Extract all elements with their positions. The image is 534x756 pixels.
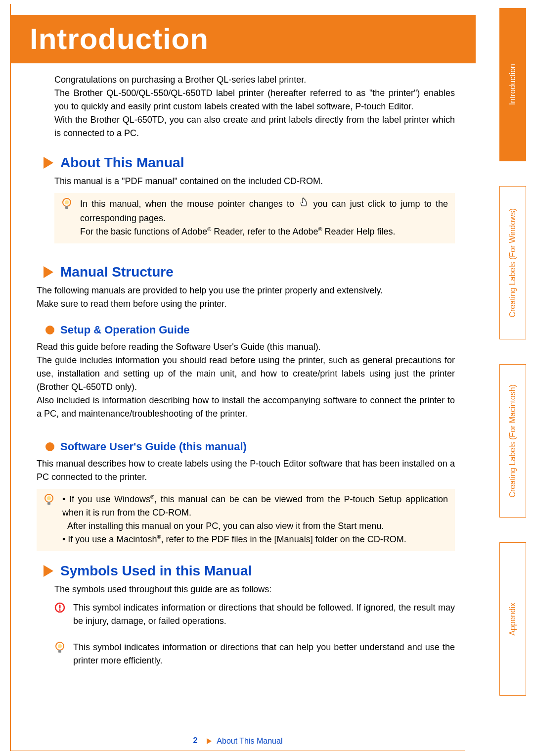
- svg-point-2: [65, 200, 69, 204]
- about-tip-box: In this manual, when the mouse pointer c…: [54, 193, 455, 243]
- software-p1: This manual describes how to create labe…: [37, 457, 455, 484]
- tab-label: Creating Labels (For Windows): [508, 199, 517, 327]
- svg-rect-1: [65, 206, 68, 209]
- page-frame: Introduction Congratulations on purchasi…: [10, 4, 465, 751]
- svg-point-5: [47, 496, 51, 500]
- tab-creating-labels-macintosh[interactable]: Creating Labels (For Macintosh): [499, 364, 526, 518]
- svg-rect-7: [59, 605, 61, 609]
- symbols-intro: The symbols used throughout this guide a…: [54, 583, 455, 596]
- tab-label: Creating Labels (For Macintosh): [508, 376, 517, 507]
- triangle-bullet-icon: [207, 738, 212, 744]
- software-heading-text: Software User's Guide (this manual): [60, 440, 247, 453]
- tab-label: Appendix: [508, 594, 517, 645]
- tab-introduction[interactable]: Introduction: [499, 8, 526, 161]
- symbol-tip-row: This symbol indicates information or dir…: [54, 641, 455, 667]
- section-about-heading: About This Manual: [44, 155, 455, 171]
- tab-appendix[interactable]: Appendix: [499, 542, 526, 696]
- circle-bullet-icon: [45, 326, 54, 334]
- tab-creating-labels-windows[interactable]: Creating Labels (For Windows): [499, 186, 526, 339]
- sub-software-heading: Software User's Guide (this manual): [45, 440, 455, 453]
- svg-rect-10: [58, 650, 61, 653]
- setup-heading-text: Setup & Operation Guide: [60, 324, 190, 336]
- side-tabs: Introduction Creating Labels (For Window…: [499, 8, 526, 720]
- lightbulb-icon: [54, 642, 66, 657]
- symbol-warning-row: This symbol indicates information or dir…: [54, 601, 455, 628]
- structure-heading-text: Manual Structure: [60, 264, 174, 280]
- page-footer: 2 About This Manual: [11, 736, 465, 746]
- pointer-cursor-icon: [299, 197, 308, 212]
- page-title-banner: Introduction: [11, 15, 476, 63]
- footer-link[interactable]: About This Manual: [217, 737, 282, 745]
- structure-text-1: The following manuals are provided to he…: [37, 284, 455, 297]
- svg-rect-4: [47, 502, 50, 505]
- lightbulb-icon: [44, 494, 55, 509]
- content-area: Congratulations on purchasing a Brother …: [25, 73, 455, 674]
- warning-icon: [54, 602, 66, 615]
- lightbulb-icon: [61, 198, 73, 213]
- page-title: Introduction: [30, 22, 209, 55]
- svg-point-8: [59, 609, 60, 611]
- intro-line-1: Congratulations on purchasing a Brother …: [54, 73, 455, 87]
- symbol-tip-text: This symbol indicates information or dir…: [73, 641, 455, 667]
- about-tip-text: In this manual, when the mouse pointer c…: [80, 197, 448, 238]
- intro-line-2: The Brother QL-500/QL-550/QL-650TD label…: [54, 87, 455, 113]
- svg-point-11: [58, 644, 62, 648]
- software-tip-text: • If you use Windows®, this manual can b…: [62, 493, 448, 546]
- tab-label: Introduction: [508, 55, 517, 114]
- symbols-heading-text: Symbols Used in this Manual: [60, 563, 252, 579]
- intro-line-3: With the Brother QL-650TD, you can also …: [54, 113, 455, 140]
- triangle-bullet-icon: [44, 565, 53, 577]
- triangle-bullet-icon: [44, 266, 53, 278]
- structure-text-2: Make sure to read them before using the …: [37, 297, 455, 311]
- section-structure-heading: Manual Structure: [44, 264, 455, 280]
- setup-p2: The guide includes information you shoul…: [37, 354, 455, 394]
- symbol-warning-text: This symbol indicates information or dir…: [73, 601, 455, 628]
- setup-p3: Also included is information describing …: [37, 394, 455, 421]
- sub-setup-heading: Setup & Operation Guide: [45, 324, 455, 336]
- about-text: This manual is a "PDF manual" contained …: [54, 175, 455, 188]
- about-heading-text: About This Manual: [60, 155, 184, 171]
- intro-block: Congratulations on purchasing a Brother …: [25, 73, 455, 140]
- circle-bullet-icon: [45, 442, 54, 451]
- section-symbols-heading: Symbols Used in this Manual: [44, 563, 455, 579]
- triangle-bullet-icon: [44, 157, 53, 169]
- page-number: 2: [193, 736, 198, 745]
- setup-p1: Read this guide before reading the Softw…: [37, 340, 455, 354]
- software-tip-box: • If you use Windows®, this manual can b…: [37, 489, 455, 551]
